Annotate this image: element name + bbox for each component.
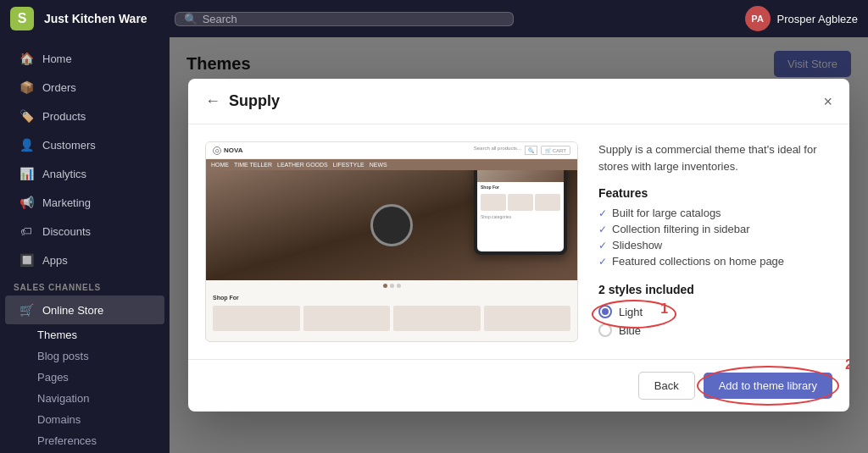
sidebar-sub-label-navigation: Navigation [37,392,89,405]
sidebar-label-discounts: Discounts [42,225,91,238]
user-menu[interactable]: PA Prosper Agbleze [745,6,858,31]
sidebar-sub-label-pages: Pages [37,371,69,384]
sidebar-label-online-store: Online Store [42,304,103,317]
mobile-products [477,192,564,213]
preview-logo: ⬡ NOVA [213,146,243,155]
sidebar-label-marketing: Marketing [42,196,91,209]
annotation-number-1: 1 [660,301,668,317]
preview-logo-bar: ⬡ NOVA Search all products... 🔍 🛒 CART [206,142,577,159]
feature-label-2: Collection filtering in sidebar [612,223,750,235]
style-option-blue[interactable]: Blue [598,323,832,337]
check-icon-2: ✓ [598,224,607,235]
preview-logo-icon: ⬡ [213,146,221,155]
check-icon-4: ✓ [598,256,607,268]
shop-item-1 [213,306,300,331]
sidebar-sub-blog-posts[interactable]: Blog posts [0,345,170,367]
feature-label-3: Slideshow [612,239,662,251]
radio-blue[interactable] [598,323,612,337]
modal-footer: Back Add to theme library 2 [188,359,849,412]
mobile-product-1 [481,194,506,211]
mobile-product-2 [508,194,533,211]
sidebar: 🏠 Home 📦 Orders 🏷️ Products 👤 Customers … [0,37,170,453]
supply-modal: ← Supply × ⬡ NOVA [188,79,849,412]
user-name: Prosper Agbleze [777,13,858,25]
sidebar-item-online-store[interactable]: 🛒 Online Store [5,296,164,324]
check-icon-1: ✓ [598,207,607,219]
annotation-number-2: 2 [845,357,849,373]
search-icon: 🔍 [184,13,198,25]
main-layout: 🏠 Home 📦 Orders 🏷️ Products 👤 Customers … [0,37,868,453]
home-icon: 🏠 [19,51,34,66]
sales-channels-label: SALES CHANNELS [0,274,170,296]
sidebar-sub-themes[interactable]: Themes [0,324,170,345]
style-option-light[interactable]: Light [598,305,643,318]
mobile-hero-img [477,170,564,182]
online-store-icon: 🛒 [19,302,34,318]
sidebar-item-customers[interactable]: 👤 Customers [5,130,164,159]
theme-info: Supply is a commercial theme that's idea… [598,141,832,342]
sidebar-label-home: Home [42,52,72,65]
radio-light[interactable] [598,305,612,318]
dot-3 [397,284,401,288]
sidebar-label-analytics: Analytics [42,168,86,180]
mobile-section-title: Shop For [477,182,564,192]
theme-preview: ⬡ NOVA Search all products... 🔍 🛒 CART [205,141,578,342]
sidebar-item-home[interactable]: 🏠 Home [5,44,164,73]
modal-title: Supply [229,92,815,110]
orders-icon: 📦 [19,80,34,95]
shop-items [206,304,577,333]
apps-icon: 🔲 [19,252,34,268]
modal-close-button[interactable]: × [823,94,832,109]
search-bar[interactable]: 🔍 Search [175,12,514,26]
sidebar-sub-label-blog: Blog posts [37,350,89,362]
products-icon: 🏷️ [19,108,34,124]
sidebar-item-analytics[interactable]: 📊 Analytics [5,159,164,188]
sidebar-sub-pages[interactable]: Pages [0,367,170,388]
sidebar-item-apps[interactable]: 🔲 Apps [5,246,164,274]
back-button[interactable]: Back [638,372,695,400]
sidebar-sub-domains[interactable]: Domains [0,409,170,430]
sidebar-label-apps: Apps [42,254,68,267]
preview-hero: ≡ Nav 🛒 ⬡NOVA Nova Supply Store [206,170,577,280]
preview-search: Search all products... 🔍 🛒 CART [474,146,570,155]
preview-dots [206,280,577,291]
topbar: S Just Kitchen Ware 🔍 Search PA Prosper … [0,0,868,37]
theme-description: Supply is a commercial theme that's idea… [598,141,832,174]
features-title: Features [598,186,832,200]
sidebar-label-customers: Customers [42,139,96,152]
modal-back-button[interactable]: ← [205,92,220,110]
store-name: Just Kitchen Ware [44,12,147,25]
mobile-preview: ≡ Nav 🛒 ⬡NOVA Nova Supply Store [474,170,567,255]
style-label-blue: Blue [619,324,641,337]
shop-item-2 [303,306,391,331]
dot-1 [383,284,387,288]
preview-nav: HOME TIME TELLER LEATHER GOODS LIFESTYLE… [206,159,577,170]
shop-for-title: Shop For [206,291,577,304]
sidebar-item-products[interactable]: 🏷️ Products [5,102,164,130]
shop-item-4 [484,306,571,331]
sidebar-label-products: Products [42,110,86,123]
style-label-light: Light [619,306,643,318]
modal-overlay: ← Supply × ⬡ NOVA [170,37,868,453]
mobile-product-3 [535,194,560,211]
sidebar-label-orders: Orders [42,81,76,94]
sidebar-item-marketing[interactable]: 📢 Marketing [5,188,164,217]
customers-icon: 👤 [19,137,34,152]
add-button-wrapper: Add to theme library 2 [704,373,832,399]
sidebar-item-discounts[interactable]: 🏷 Discounts [5,217,164,246]
add-to-theme-library-button[interactable]: Add to theme library [704,373,832,399]
check-icon-3: ✓ [598,240,607,251]
feature-item-4: ✓ Featured collections on home page [598,255,832,268]
content-area: Themes Visit Store ← Supply × [170,37,868,453]
shopify-logo: S [10,7,34,30]
radio-light-inner [602,308,609,315]
search-placeholder: Search [203,13,237,25]
sidebar-item-orders[interactable]: 📦 Orders [5,73,164,102]
sidebar-sub-preferences[interactable]: Preferences [0,430,170,451]
sidebar-sub-label-themes: Themes [37,329,77,341]
shop-item-3 [393,306,481,331]
sidebar-sub-navigation[interactable]: Navigation [0,388,170,409]
avatar: PA [745,6,771,31]
modal-body: ⬡ NOVA Search all products... 🔍 🛒 CART [188,124,849,359]
dot-2 [390,284,394,288]
